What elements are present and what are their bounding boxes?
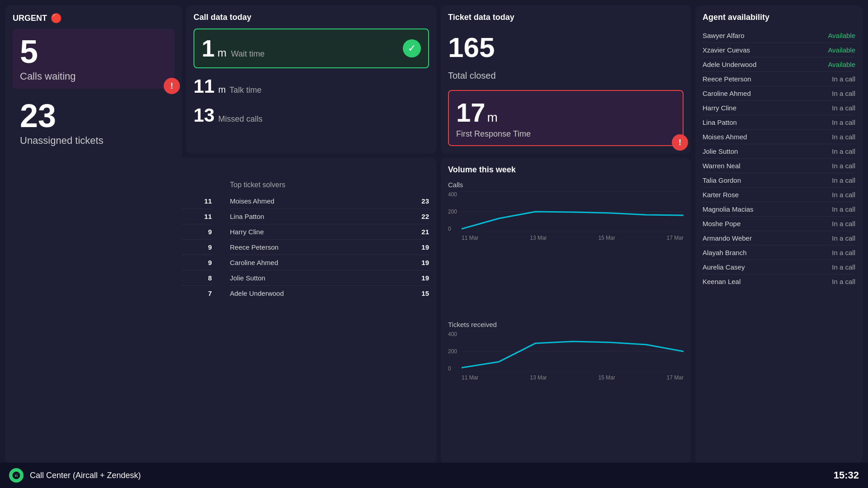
lb-value: 21 xyxy=(421,228,429,236)
agent-name: Karter Rose xyxy=(703,191,739,199)
agent-status: In a call xyxy=(832,278,855,285)
agent-status: In a call xyxy=(832,176,855,184)
agent-row: Adele UnderwoodAvailable xyxy=(703,57,855,72)
agent-name: Sawyer Alfaro xyxy=(703,32,745,39)
lb-value: 15 xyxy=(421,289,429,297)
calls-waiting-number: 5 xyxy=(20,35,167,68)
agent-status: In a call xyxy=(832,263,855,271)
agent-row: Caroline AhmedIn a call xyxy=(703,86,855,101)
agent-availability-panel: Agent availability Sawyer AlfaroAvailabl… xyxy=(695,5,863,463)
lb-row: Reece Peterson19 xyxy=(230,240,429,255)
tickets-y-labels: 4002000 xyxy=(448,331,462,372)
calls-waiting-label: Calls waiting xyxy=(20,71,167,82)
volume-title: Volume this week xyxy=(448,165,684,175)
agent-name: Aurelia Casey xyxy=(703,263,745,271)
agent-status: In a call xyxy=(832,104,855,112)
lb-value: 22 xyxy=(421,213,429,220)
lb-name: Reece Peterson xyxy=(230,243,279,251)
wait-time-number: 1 xyxy=(202,35,215,62)
agents-list: Sawyer AlfaroAvailableXzavier CuevasAvai… xyxy=(703,28,855,289)
agent-name: Warren Neal xyxy=(703,162,741,170)
calls-chart: 4002000 11 Mar13 Mar15 Mar17 Mar xyxy=(448,191,684,241)
lb-value: 9 xyxy=(208,228,212,236)
frt-box: 17 m First Response Time ! xyxy=(448,90,684,146)
lb-value: 7 xyxy=(208,289,212,297)
lb-value: 19 xyxy=(421,274,429,282)
agent-name: Moshe Pope xyxy=(703,220,741,227)
agent-row: Harry ClineIn a call xyxy=(703,101,855,115)
agent-name: Keenan Leal xyxy=(703,278,741,285)
lb-value: 19 xyxy=(421,243,429,251)
lb-name: Caroline Ahmed xyxy=(230,259,278,266)
agent-name: Harry Cline xyxy=(703,104,736,112)
wait-time-unit: m xyxy=(217,47,226,59)
lb-row: Moises Ahmed23 xyxy=(230,194,429,209)
lb-value: 9 xyxy=(208,243,212,251)
agent-row: Karter RoseIn a call xyxy=(703,188,855,202)
tickets-leaderboard: Top ticket solvers Moises Ahmed23Lina Pa… xyxy=(230,181,429,301)
agent-row: Magnolia MaciasIn a call xyxy=(703,202,855,217)
agent-row: Lina PattonIn a call xyxy=(703,115,855,130)
calls-chart-label: Calls xyxy=(448,181,684,189)
frt-number: 17 xyxy=(456,97,486,128)
agent-status: In a call xyxy=(832,234,855,242)
agent-name: Lina Patton xyxy=(703,118,737,126)
call-data-panel: Call data today 1m Wait time ✓ 11m Talk … xyxy=(186,5,436,153)
lb-name: Jolie Sutton xyxy=(230,274,265,282)
talk-time-label: Talk time xyxy=(229,85,261,95)
lb-value: 11 xyxy=(204,197,212,205)
agent-row: Jolie SuttonIn a call xyxy=(703,144,855,159)
agent-status: In a call xyxy=(832,118,855,126)
app-logo xyxy=(9,468,24,483)
agent-status: In a call xyxy=(832,220,855,227)
agent-availability-title: Agent availability xyxy=(703,13,855,22)
bottom-bar: Call Center (Aircall + Zendesk) 15:32 xyxy=(0,463,868,488)
tickets-chart: 4002000 11 Mar13 Mar15 Mar17 Mar xyxy=(448,331,684,381)
check-icon: ✓ xyxy=(403,39,421,57)
lb-value: 19 xyxy=(421,259,429,266)
agent-name: Jolie Sutton xyxy=(703,147,738,155)
lb-name: Moises Ahmed xyxy=(230,197,274,205)
frt-alert-badge: ! xyxy=(672,134,688,151)
agent-row: Xzavier CuevasAvailable xyxy=(703,43,855,57)
lb-value: 11 xyxy=(204,213,212,220)
calls-y-labels: 4002000 xyxy=(448,191,462,232)
lb-row: Adele Underwood15 xyxy=(230,286,429,301)
lb-value: 9 xyxy=(208,259,212,266)
total-closed-label: Total closed xyxy=(448,71,684,81)
agent-name: Talia Gordon xyxy=(703,176,741,184)
agent-name: Moises Ahmed xyxy=(703,133,747,141)
urgent-label: URGENT xyxy=(13,14,47,23)
agent-row: Armando WeberIn a call xyxy=(703,231,855,246)
unassigned-tickets-box: 23 Unassigned tickets xyxy=(13,95,175,151)
lb-name: Lina Patton xyxy=(230,213,264,220)
agent-row: Warren NealIn a call xyxy=(703,159,855,173)
app-name: Call Center (Aircall + Zendesk) xyxy=(30,471,141,480)
frt-unit: m xyxy=(487,110,498,125)
lb-row: Harry Cline21 xyxy=(230,224,429,240)
agent-status: In a call xyxy=(832,90,855,97)
agent-status: Available xyxy=(828,46,855,54)
tickets-label: Unassigned tickets xyxy=(20,135,167,147)
calls-x-labels: 11 Mar13 Mar15 Mar17 Mar xyxy=(462,235,684,241)
agent-status: In a call xyxy=(832,133,855,141)
call-data-title: Call data today xyxy=(193,13,429,22)
agent-status: In a call xyxy=(832,162,855,170)
calls-waiting-box: 5 Calls waiting ! xyxy=(13,29,175,89)
agent-row: Talia GordonIn a call xyxy=(703,173,855,188)
ticket-data-panel: Ticket data today 165 Total closed 17 m … xyxy=(441,5,691,153)
agent-status: In a call xyxy=(832,191,855,199)
agent-name: Adele Underwood xyxy=(703,61,756,68)
agent-row: Alayah BranchIn a call xyxy=(703,246,855,260)
agent-row: Reece PetersonIn a call xyxy=(703,72,855,86)
calls-alert-badge: ! xyxy=(164,78,180,94)
calls-chart-section: Calls 4002000 11 Mar13 Mar15 Mar17 Mar xyxy=(448,181,684,316)
talk-time-unit: m xyxy=(218,85,226,95)
tickets-lb-list: Moises Ahmed23Lina Patton22Harry Cline21… xyxy=(230,194,429,301)
calls-chart-svg xyxy=(462,191,684,232)
ticket-data-title: Ticket data today xyxy=(448,13,684,22)
wait-time-label: Wait time xyxy=(231,49,264,59)
urgent-title: URGENT 🔴 xyxy=(13,13,175,24)
lb-name: Adele Underwood xyxy=(230,289,284,297)
agent-row: Sawyer AlfaroAvailable xyxy=(703,28,855,43)
